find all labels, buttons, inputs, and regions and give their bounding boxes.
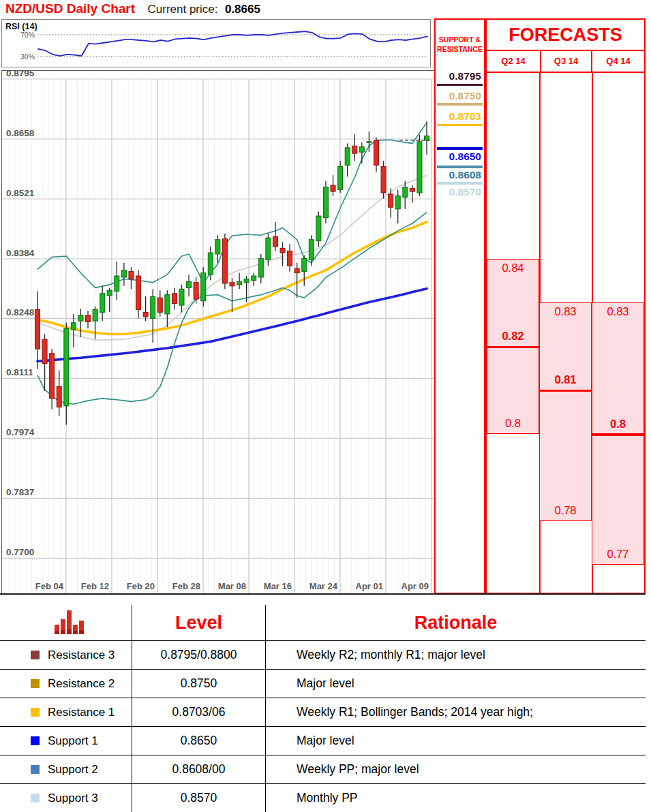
level-value: 0.8608/00	[172, 762, 226, 777]
forecast-range-box: 0.830.810.78	[539, 302, 592, 521]
table-row: Support 30.8570Monthly PP	[0, 784, 646, 812]
candle-bullish	[258, 258, 263, 277]
support-resistance-value: 0.8650	[436, 151, 481, 163]
level-name: Support 3	[48, 792, 98, 805]
x-axis-label: Mar 16	[264, 581, 292, 591]
chart-bottom-border	[0, 593, 646, 595]
candle-bearish	[294, 268, 299, 272]
forecast-value: 0.82	[487, 330, 539, 343]
x-axis-label: Mar 08	[218, 581, 246, 591]
x-axis-label: Feb 04	[35, 581, 64, 591]
y-axis-label: 0.8384	[6, 248, 35, 258]
table-row: Resistance 20.8750Major level	[0, 670, 646, 698]
candle-bearish	[389, 194, 393, 207]
candle-bearish	[35, 310, 40, 349]
candle-bearish	[143, 312, 148, 316]
level-color-chip	[31, 736, 40, 745]
level-value: 0.8650	[181, 734, 217, 748]
y-axis-label: 0.8248	[6, 307, 35, 317]
table-row: Resistance 10.8703/06Weekly R1; Bollinge…	[0, 698, 646, 727]
x-axis-label: Feb 28	[172, 581, 200, 591]
level-value: 0.8703/06	[172, 705, 226, 719]
candle-bullish	[367, 142, 372, 142]
candle-bullish	[93, 310, 97, 322]
level-value: 0.8795/0.8800	[161, 648, 237, 662]
forecasts-title: FORECASTS	[487, 20, 644, 51]
level-color-chip	[31, 794, 40, 802]
forecast-mid-line	[539, 390, 592, 392]
candle-bearish	[222, 238, 227, 283]
rsi-threshold-label: 30%	[20, 52, 35, 61]
bar-chart-icon	[53, 608, 85, 637]
current-price-label: Current price:	[147, 3, 217, 16]
rationale-column-header: Rationale	[414, 612, 498, 634]
candle-bearish	[136, 276, 141, 309]
candle-bullish	[78, 315, 83, 321]
y-axis-label: 0.7700	[6, 547, 34, 557]
candle-bearish	[50, 354, 55, 399]
resistance-level-line	[437, 124, 483, 126]
support-resistance-value: 0.8795	[436, 70, 481, 82]
level-rationale: Major level	[297, 676, 354, 691]
candle-bullish	[316, 216, 321, 241]
support-resistance-header: SUPPORT & RESISTANCE	[436, 35, 484, 54]
rsi-indicator-panel: 70%30%RSI (14)	[1, 19, 431, 67]
level-name: Resistance 2	[48, 677, 115, 691]
levels-table: Level Rationale Resistance 30.8795/0.880…	[0, 605, 646, 812]
candle-bearish	[57, 387, 61, 407]
candle-bullish	[395, 196, 400, 209]
candle-bullish	[201, 273, 206, 301]
candle-bullish	[403, 187, 408, 198]
level-color-chip	[31, 679, 40, 688]
support-resistance-value: 0.8608	[436, 169, 481, 181]
candle-bearish	[172, 294, 177, 304]
candle-bullish	[165, 295, 170, 314]
level-name: Resistance 1	[48, 706, 115, 719]
level-rationale: Weekly R1; Bollinger Bands; 2014 year hi…	[297, 705, 533, 719]
x-axis-label: Apr 01	[356, 581, 383, 591]
title-bar: NZD/USD Daily Chart Current price: 0.866…	[5, 1, 260, 16]
quarter-q3-header: Q3 14	[540, 51, 592, 72]
current-price-value: 0.8665	[225, 3, 260, 16]
level-rationale: Weekly R2; monthly R1; major level	[297, 648, 485, 662]
candle-bearish	[374, 140, 378, 166]
candle-bearish	[331, 185, 335, 191]
forecast-quarter-row: Q2 14 Q3 14 Q4 14	[487, 51, 644, 73]
support-level-line	[437, 147, 483, 150]
level-color-chip	[31, 708, 40, 717]
x-axis-label: Mar 24	[309, 581, 338, 591]
candle-bullish	[64, 328, 69, 406]
candle-bullish	[71, 323, 76, 330]
candle-bullish	[425, 136, 429, 140]
candle-bearish	[42, 339, 47, 363]
forecast-value: 0.83	[592, 305, 644, 318]
forecast-value: 0.84	[487, 262, 539, 275]
level-color-chip	[31, 765, 40, 774]
support-level-line	[437, 182, 483, 185]
resistance-level-line	[437, 84, 483, 86]
level-name: Resistance 3	[48, 649, 115, 662]
level-color-chip	[31, 651, 40, 659]
quarter-q4-header: Q4 14	[592, 51, 644, 72]
support-resistance-value: 0.8570	[436, 186, 481, 198]
forecasts-panel: FORECASTS Q2 14 Q3 14 Q4 14 0.840.820.80…	[485, 18, 646, 594]
candle-bullish	[302, 258, 307, 271]
candlestick-chart: Feb 04Feb 12Feb 20Feb 28Mar 08Mar 16Mar …	[1, 70, 434, 595]
level-name: Support 1	[48, 734, 98, 748]
forecast-value: 0.83	[540, 305, 591, 318]
candle-bullish	[121, 270, 126, 277]
candle-bullish	[252, 276, 256, 280]
candle-bullish	[417, 142, 422, 193]
candle-bearish	[352, 146, 357, 153]
support-level-line	[437, 166, 483, 168]
candle-bearish	[86, 315, 91, 322]
candle-bullish	[187, 281, 192, 287]
forecast-value: 0.81	[540, 373, 591, 386]
candle-bullish	[244, 279, 249, 283]
candle-bullish	[100, 294, 105, 313]
candle-bearish	[410, 189, 414, 191]
candle-bullish	[309, 240, 314, 260]
resistance-level-line	[437, 103, 483, 105]
candle-bullish	[208, 253, 213, 275]
candle-bearish	[230, 283, 234, 286]
